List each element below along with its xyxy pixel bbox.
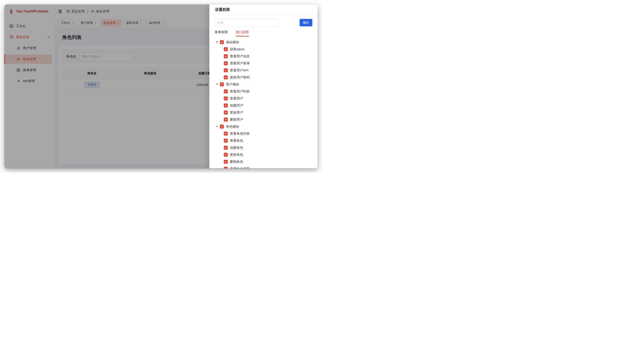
checkbox-checked[interactable] — [224, 132, 228, 136]
tree-node[interactable]: 创建角色 — [214, 144, 312, 151]
checkbox-checked[interactable] — [224, 47, 228, 51]
checkbox-checked[interactable] — [224, 97, 228, 100]
drawer-header: 设置权限 — [209, 5, 318, 15]
tree-node[interactable]: 基础模块 — [214, 39, 312, 46]
drawer-body: 确定 菜单权限 接口权限 基础模块 获取token — [209, 15, 318, 168]
permission-tabs: 菜单权限 接口权限 — [214, 30, 312, 37]
app-window: Vue FastAPI Admin 工作台 — [4, 5, 318, 168]
tree-node[interactable]: 查看用户菜单 — [214, 60, 312, 67]
tree-node[interactable]: 查看用户信息 — [214, 53, 312, 60]
tree-node[interactable]: 用户模块 — [214, 81, 312, 88]
drawer-title: 设置权限 — [215, 7, 230, 12]
checkbox-checked[interactable] — [224, 153, 228, 157]
set-permissions-drawer: 设置权限 确定 菜单权限 接口权限 基础模块 — [209, 5, 318, 168]
permission-tree: 基础模块 获取token 查看用户信息 查看用户菜单 — [214, 39, 312, 168]
tree-node-label: 查看用户API — [230, 68, 248, 73]
tree-node-label: 更新用户密码 — [230, 75, 250, 80]
tree-node-label: 删除用户 — [230, 118, 243, 122]
tree-node[interactable]: 删除用户 — [214, 116, 312, 123]
checkbox-checked[interactable] — [220, 40, 224, 44]
tree-node[interactable]: 查看角色列表 — [214, 130, 312, 137]
desktop-background: Vue FastAPI Admin 工作台 — [0, 0, 322, 173]
tree-node-label: 查看角色权限 — [230, 167, 250, 169]
checkbox-checked[interactable] — [224, 118, 228, 122]
filter-input[interactable] — [214, 19, 279, 27]
tree-node-label: 更新用户 — [230, 111, 243, 115]
tree-node-label: 用户模块 — [226, 82, 239, 87]
tree-node[interactable]: 查看角色 — [214, 137, 312, 144]
checkbox-checked[interactable] — [224, 61, 228, 65]
tree-node-label: 更新角色 — [230, 153, 243, 157]
expand-arrow-icon[interactable] — [216, 42, 218, 43]
checkbox-checked[interactable] — [224, 54, 228, 58]
checkbox-checked[interactable] — [224, 167, 228, 168]
tree-node[interactable]: 查看用户 — [214, 95, 312, 102]
tree-node-label: 查看用户 — [230, 97, 243, 101]
tree-node-label: 查看用户菜单 — [230, 61, 250, 66]
tree-node[interactable]: 更新用户 — [214, 109, 312, 116]
checkbox-checked[interactable] — [224, 68, 228, 72]
tree-node[interactable]: 删除角色 — [214, 158, 312, 165]
checkbox-checked[interactable] — [224, 75, 228, 79]
tree-node-label: 基础模块 — [226, 40, 239, 44]
tree-node[interactable]: 更新角色 — [214, 151, 312, 158]
filter-row: 确定 — [214, 19, 312, 27]
tree-node-label: 删除角色 — [230, 160, 243, 164]
expand-arrow-icon[interactable] — [216, 84, 218, 85]
tab-menu-permissions[interactable]: 菜单权限 — [214, 30, 228, 37]
expand-arrow-icon[interactable] — [216, 126, 218, 127]
tree-node-label: 获取token — [230, 47, 245, 52]
tab-api-permissions[interactable]: 接口权限 — [236, 30, 249, 37]
tree-node-label: 查看用户列表 — [230, 89, 250, 94]
checkbox-checked[interactable] — [224, 111, 228, 115]
tree-node[interactable]: 更新用户密码 — [214, 74, 312, 81]
tree-node-label: 创建用户 — [230, 104, 243, 108]
tree-node[interactable]: 获取token — [214, 46, 312, 53]
checkbox-checked[interactable] — [224, 89, 228, 93]
tree-node-label: 查看角色列表 — [230, 132, 250, 136]
checkbox-checked[interactable] — [224, 146, 228, 150]
tree-node[interactable]: 查看角色权限 — [214, 165, 312, 168]
confirm-button[interactable]: 确定 — [300, 19, 312, 26]
tree-node-label: 角色模块 — [226, 125, 239, 129]
tree-node-label: 查看用户信息 — [230, 54, 250, 59]
checkbox-checked[interactable] — [224, 104, 228, 108]
tree-node-label: 查看角色 — [230, 139, 243, 143]
checkbox-checked[interactable] — [224, 139, 228, 143]
tree-node[interactable]: 查看用户列表 — [214, 88, 312, 95]
checkbox-checked[interactable] — [220, 125, 224, 129]
tree-node[interactable]: 创建用户 — [214, 102, 312, 109]
tree-node-label: 创建角色 — [230, 146, 243, 150]
checkbox-checked[interactable] — [224, 160, 228, 164]
tree-node[interactable]: 查看用户API — [214, 67, 312, 74]
tree-node[interactable]: 角色模块 — [214, 123, 312, 130]
checkbox-checked[interactable] — [220, 82, 224, 86]
